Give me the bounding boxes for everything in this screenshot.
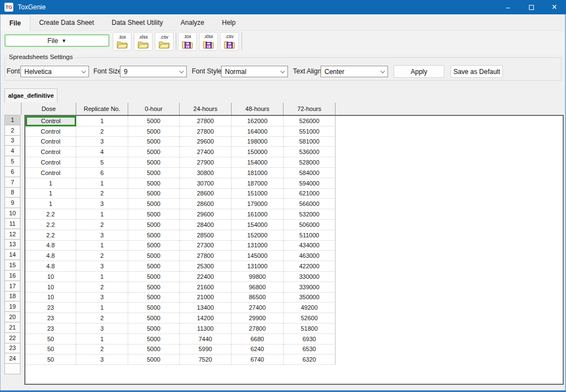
table-cell[interactable]: 5 bbox=[76, 157, 128, 168]
table-cell[interactable]: 6240 bbox=[232, 345, 284, 355]
table-cell[interactable]: 5000 bbox=[128, 324, 180, 334]
table-cell[interactable]: 27900 bbox=[180, 157, 232, 168]
table-cell[interactable]: 164000 bbox=[232, 126, 284, 137]
table-cell[interactable]: 29600 bbox=[180, 209, 232, 220]
table-cell[interactable]: Control bbox=[25, 137, 76, 147]
row-header-20[interactable]: 20 bbox=[4, 312, 20, 322]
table-cell[interactable]: 566000 bbox=[284, 199, 336, 209]
table-cell[interactable]: 1 bbox=[25, 178, 76, 189]
table-cell[interactable]: 5000 bbox=[128, 354, 180, 365]
table-cell[interactable]: 2.2 bbox=[25, 230, 76, 241]
table-cell[interactable]: 6680 bbox=[232, 334, 284, 345]
row-header-9[interactable]: 9 bbox=[4, 198, 20, 208]
table-cell[interactable]: 5000 bbox=[128, 137, 180, 147]
table-cell[interactable]: Control bbox=[25, 147, 76, 157]
table-cell[interactable]: 1 bbox=[76, 209, 128, 220]
open-xlsx-button[interactable]: .xlsx bbox=[134, 32, 153, 51]
table-cell[interactable]: 536000 bbox=[284, 147, 336, 157]
row-header-22[interactable]: 22 bbox=[4, 333, 20, 343]
table-cell[interactable]: 27400 bbox=[180, 147, 232, 157]
row-header-14[interactable]: 14 bbox=[4, 250, 20, 260]
table-cell[interactable]: 23 bbox=[25, 324, 76, 334]
table-cell[interactable]: 22400 bbox=[180, 272, 232, 282]
menu-tab-file[interactable]: File bbox=[0, 14, 30, 31]
table-cell[interactable]: 154000 bbox=[232, 220, 284, 230]
table-cell[interactable]: 339000 bbox=[284, 282, 336, 293]
table-cell[interactable]: Control bbox=[25, 126, 76, 137]
row-header-8[interactable]: 8 bbox=[4, 188, 20, 198]
row-header-4[interactable]: 4 bbox=[4, 146, 20, 156]
open-tox-button[interactable]: .tox bbox=[113, 32, 132, 51]
close-button[interactable]: × bbox=[543, 0, 566, 14]
table-cell[interactable]: 3 bbox=[76, 324, 128, 334]
table-cell[interactable]: 1 bbox=[76, 303, 128, 313]
font-style-select[interactable]: Normal bbox=[221, 66, 288, 77]
table-cell[interactable]: 50 bbox=[25, 345, 76, 355]
table-cell[interactable]: Control bbox=[25, 116, 76, 126]
table-cell[interactable]: 99800 bbox=[232, 272, 284, 282]
table-cell[interactable]: 6530 bbox=[284, 345, 336, 355]
table-cell[interactable]: 330000 bbox=[284, 272, 336, 282]
table-cell[interactable]: 5000 bbox=[128, 272, 180, 282]
table-cell[interactable]: 51800 bbox=[284, 324, 336, 334]
table-cell[interactable]: 584000 bbox=[284, 168, 336, 178]
table-cell[interactable]: 594000 bbox=[284, 178, 336, 189]
table-cell[interactable]: 1 bbox=[76, 334, 128, 345]
text-align-select[interactable]: Center bbox=[321, 66, 388, 77]
table-cell[interactable]: 506000 bbox=[284, 220, 336, 230]
table-cell[interactable]: 5000 bbox=[128, 282, 180, 293]
table-cell[interactable]: 5000 bbox=[128, 189, 180, 199]
row-header-17[interactable]: 17 bbox=[4, 281, 20, 292]
table-cell[interactable]: 23 bbox=[25, 313, 76, 324]
table-cell[interactable]: 29600 bbox=[180, 137, 232, 147]
table-cell[interactable]: 5000 bbox=[128, 157, 180, 168]
apply-button[interactable]: Apply bbox=[394, 65, 444, 78]
table-cell[interactable]: 2 bbox=[76, 220, 128, 230]
table-cell[interactable]: 28600 bbox=[180, 189, 232, 199]
save-xlsx-button[interactable]: .xlsx bbox=[199, 32, 218, 51]
row-header-16[interactable]: 16 bbox=[4, 271, 20, 281]
table-cell[interactable]: 6740 bbox=[232, 354, 284, 365]
table-cell[interactable]: Control bbox=[25, 168, 76, 178]
table-cell[interactable]: 49200 bbox=[284, 303, 336, 313]
table-cell[interactable]: 7440 bbox=[180, 334, 232, 345]
menu-tab-data-sheet-utility[interactable]: Data Sheet Utility bbox=[103, 14, 172, 31]
table-cell[interactable]: 27300 bbox=[180, 241, 232, 251]
table-cell[interactable]: 1 bbox=[76, 178, 128, 189]
row-header-12[interactable]: 12 bbox=[4, 229, 20, 240]
table-cell[interactable]: 161000 bbox=[232, 209, 284, 220]
menu-tab-analyze[interactable]: Analyze bbox=[172, 14, 213, 31]
font-select[interactable]: Helvetica bbox=[20, 66, 89, 77]
row-header-5[interactable]: 5 bbox=[4, 156, 20, 167]
table-cell[interactable]: 511000 bbox=[284, 230, 336, 241]
row-header-24[interactable]: 24 bbox=[4, 353, 20, 364]
table-cell[interactable]: 5000 bbox=[128, 147, 180, 157]
table-cell[interactable]: 463000 bbox=[284, 251, 336, 261]
table-cell[interactable]: 21000 bbox=[180, 293, 232, 303]
table-cell[interactable]: 5000 bbox=[128, 251, 180, 261]
row-header-10[interactable]: 10 bbox=[4, 208, 20, 219]
row-header-23[interactable]: 23 bbox=[4, 343, 20, 354]
table-cell[interactable]: 5000 bbox=[128, 334, 180, 345]
table-cell[interactable]: 179000 bbox=[232, 199, 284, 209]
minimize-button[interactable]: – bbox=[496, 0, 520, 14]
table-cell[interactable]: 1 bbox=[25, 189, 76, 199]
row-header-18[interactable]: 18 bbox=[4, 292, 20, 302]
table-cell[interactable]: 50 bbox=[25, 354, 76, 365]
open-csv-button[interactable]: .csv bbox=[155, 32, 174, 51]
table-cell[interactable]: 86500 bbox=[232, 293, 284, 303]
table-cell[interactable]: 131000 bbox=[232, 261, 284, 272]
table-cell[interactable]: 6 bbox=[76, 168, 128, 178]
table-cell[interactable]: 6320 bbox=[284, 354, 336, 365]
table-cell[interactable]: 5990 bbox=[180, 345, 232, 355]
table-cell[interactable]: 5000 bbox=[128, 209, 180, 220]
table-cell[interactable]: 10 bbox=[25, 282, 76, 293]
table-cell[interactable]: 2.2 bbox=[25, 220, 76, 230]
table-cell[interactable]: 27800 bbox=[232, 324, 284, 334]
save-as-default-button[interactable]: Save as Default bbox=[450, 65, 503, 78]
table-cell[interactable]: 2 bbox=[76, 189, 128, 199]
table-cell[interactable]: 14200 bbox=[180, 313, 232, 324]
table-cell[interactable]: 145000 bbox=[232, 251, 284, 261]
table-cell[interactable]: 23 bbox=[25, 303, 76, 313]
table-cell[interactable]: 5000 bbox=[128, 313, 180, 324]
